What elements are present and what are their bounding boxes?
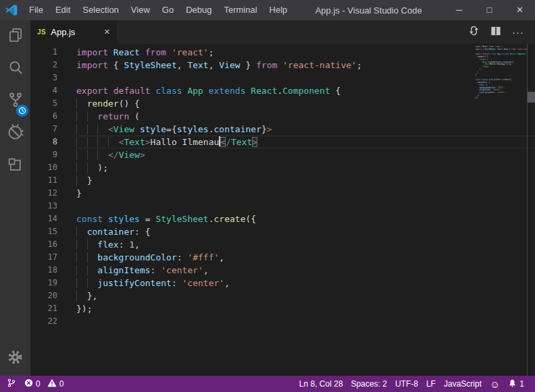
code-line-8[interactable]: 8 <Text>Hallo Ilmenau</Text> bbox=[30, 136, 535, 148]
open-changes-icon[interactable] bbox=[468, 25, 480, 39]
error-icon bbox=[24, 379, 33, 389]
minimize-button[interactable]: ─ bbox=[444, 0, 474, 20]
tab-close-icon[interactable]: ✕ bbox=[104, 28, 110, 36]
code-line-22[interactable]: 22 bbox=[30, 315, 535, 328]
notifications-button[interactable]: 1 bbox=[508, 379, 524, 390]
code-line-6[interactable]: 6 return ( bbox=[30, 110, 535, 123]
more-actions-icon[interactable]: ··· bbox=[512, 26, 524, 38]
javascript-file-icon: JS bbox=[37, 28, 46, 36]
code-line-11[interactable]: 11 } bbox=[30, 174, 535, 187]
title-bar: FileEditSelectionViewGoDebugTerminalHelp… bbox=[0, 0, 535, 20]
manage-button[interactable] bbox=[0, 345, 30, 372]
vscode-window: FileEditSelectionViewGoDebugTerminalHelp… bbox=[0, 0, 535, 392]
gear-icon bbox=[7, 349, 24, 368]
extensions-icon bbox=[7, 157, 24, 176]
menu-go[interactable]: Go bbox=[156, 0, 180, 20]
error-count: 0 bbox=[36, 379, 41, 389]
menu-selection[interactable]: Selection bbox=[76, 0, 124, 20]
code-line-21[interactable]: 21}); bbox=[30, 302, 535, 315]
code-line-13[interactable]: 13 bbox=[30, 200, 535, 213]
code-line-16[interactable]: 16 flex: 1, bbox=[30, 238, 535, 251]
code-editor[interactable]: 1import React from 'react';2import { Sty… bbox=[30, 44, 535, 376]
code-line-2[interactable]: 2import { StyleSheet, Text, View } from … bbox=[30, 59, 535, 72]
code-line-19[interactable]: 19 justifyContent: 'center', bbox=[30, 277, 535, 289]
line-number: 22 bbox=[30, 315, 57, 328]
search-icon bbox=[7, 59, 24, 79]
git-branch-button[interactable] bbox=[7, 378, 16, 390]
line-number: 4 bbox=[30, 84, 57, 97]
editor-actions: ··· bbox=[468, 20, 535, 44]
encoding[interactable]: UTF-8 bbox=[395, 379, 418, 389]
indentation[interactable]: Spaces: 2 bbox=[351, 379, 387, 389]
code-line-17[interactable]: 17 backgroundColor: '#fff', bbox=[30, 251, 535, 264]
code-line-3[interactable]: 3 bbox=[30, 72, 535, 84]
status-bar: 0 0 Ln 8, Col 28 Spaces: 2 UTF-8 LF Java… bbox=[0, 376, 535, 392]
line-number: 19 bbox=[30, 277, 57, 289]
notification-count: 1 bbox=[519, 379, 524, 389]
clock-badge bbox=[16, 105, 28, 117]
sidebar-item-debug[interactable] bbox=[0, 117, 30, 150]
line-number: 16 bbox=[30, 238, 57, 251]
line-number: 13 bbox=[30, 200, 57, 213]
tab-bar: JS App.js ✕ ··· bbox=[30, 20, 535, 44]
problems-button[interactable]: 0 0 bbox=[24, 379, 63, 389]
menu-debug[interactable]: Debug bbox=[180, 0, 218, 20]
warning-icon bbox=[47, 379, 57, 389]
code-line-5[interactable]: 5 render() { bbox=[30, 97, 535, 110]
code-content[interactable]: 1import React from 'react';2import { Sty… bbox=[30, 46, 535, 328]
code-line-1[interactable]: 1import React from 'react'; bbox=[30, 46, 535, 59]
line-number: 6 bbox=[30, 110, 57, 123]
language-mode[interactable]: JavaScript bbox=[444, 379, 482, 389]
menu-terminal[interactable]: Terminal bbox=[218, 0, 263, 20]
window-controls: ─ □ ✕ bbox=[444, 0, 535, 20]
line-number: 8 bbox=[30, 136, 57, 148]
line-number: 11 bbox=[30, 174, 57, 187]
code-line-4[interactable]: 4export default class App extends React.… bbox=[30, 84, 535, 97]
maximize-button[interactable]: □ bbox=[474, 0, 505, 20]
code-line-20[interactable]: 20 }, bbox=[30, 289, 535, 302]
sidebar-item-explorer[interactable] bbox=[0, 20, 30, 53]
code-line-18[interactable]: 18 alignItems: 'center', bbox=[30, 264, 535, 277]
line-number: 9 bbox=[30, 148, 57, 161]
line-number: 20 bbox=[30, 289, 57, 302]
vscode-logo-icon bbox=[0, 3, 23, 17]
line-number: 21 bbox=[30, 302, 57, 315]
split-editor-icon[interactable] bbox=[490, 26, 501, 39]
line-number: 7 bbox=[30, 123, 57, 136]
git-branch-icon bbox=[7, 378, 16, 390]
cursor-position[interactable]: Ln 8, Col 28 bbox=[299, 379, 343, 389]
menu-view[interactable]: View bbox=[125, 0, 156, 20]
line-number: 18 bbox=[30, 264, 57, 277]
line-number: 5 bbox=[30, 97, 57, 110]
menu-edit[interactable]: Edit bbox=[49, 0, 76, 20]
sidebar-item-source-control[interactable] bbox=[0, 85, 30, 117]
eol-sequence[interactable]: LF bbox=[426, 379, 436, 389]
files-icon bbox=[7, 26, 24, 47]
line-number: 15 bbox=[30, 225, 57, 238]
line-number: 17 bbox=[30, 251, 57, 264]
tab-label: App.js bbox=[51, 27, 75, 37]
code-line-7[interactable]: 7 <View style={styles.container}> bbox=[30, 123, 535, 136]
line-number: 2 bbox=[30, 59, 57, 72]
sidebar-item-extensions[interactable] bbox=[0, 150, 30, 182]
code-line-9[interactable]: 9 </View> bbox=[30, 148, 535, 161]
menu-file[interactable]: File bbox=[23, 0, 49, 20]
line-number: 1 bbox=[30, 46, 57, 59]
warning-count: 0 bbox=[59, 379, 64, 389]
minimap[interactable]: import React from 'react';import { Style… bbox=[472, 45, 527, 121]
sidebar-item-search[interactable] bbox=[0, 53, 30, 85]
code-line-14[interactable]: 14const styles = StyleSheet.create({ bbox=[30, 213, 535, 225]
code-line-10[interactable]: 10 ); bbox=[30, 161, 535, 174]
line-number: 10 bbox=[30, 161, 57, 174]
activity-bar bbox=[0, 20, 30, 376]
code-line-15[interactable]: 15 container: { bbox=[30, 225, 535, 238]
menu-bar: FileEditSelectionViewGoDebugTerminalHelp bbox=[23, 0, 293, 20]
tab-appjs[interactable]: JS App.js ✕ bbox=[30, 20, 117, 44]
line-number: 12 bbox=[30, 187, 57, 200]
menu-help[interactable]: Help bbox=[263, 0, 294, 20]
window-title: App.js - Visual Studio Code bbox=[293, 5, 444, 16]
feedback-button[interactable]: ☺ bbox=[490, 379, 500, 389]
code-line-12[interactable]: 12} bbox=[30, 187, 535, 200]
scrollbar-thumb[interactable] bbox=[528, 92, 535, 103]
close-button[interactable]: ✕ bbox=[505, 0, 535, 20]
